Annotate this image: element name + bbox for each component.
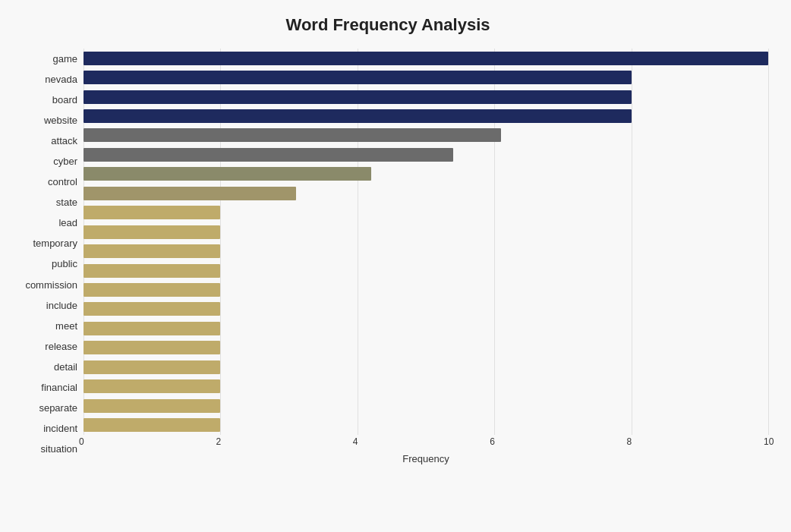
bar-row <box>84 398 768 414</box>
bar-row <box>84 320 768 337</box>
y-label-incident: incident <box>43 423 77 433</box>
y-label-situation: situation <box>41 444 77 454</box>
x-tick-8: 8 <box>627 436 632 447</box>
bar-row <box>84 301 768 317</box>
bar-lead <box>84 206 220 219</box>
x-tick-10: 10 <box>764 436 774 447</box>
bar-row <box>84 378 768 395</box>
grid-lines <box>84 49 768 435</box>
y-label-separate: separate <box>39 403 77 413</box>
bar-row <box>84 50 768 67</box>
chart-container: Word Frequency Analysis gamenevadaboardw… <box>0 0 791 532</box>
x-tick-6: 6 <box>490 436 495 447</box>
bar-incident <box>84 399 220 413</box>
bar-state <box>84 187 296 200</box>
bar-release <box>84 322 220 335</box>
bar-row <box>84 224 768 241</box>
y-label-board: board <box>52 95 77 105</box>
bar-situation <box>84 418 220 432</box>
y-label-game: game <box>52 54 77 64</box>
bar-temporary <box>84 225 220 239</box>
bar-row <box>84 108 768 124</box>
y-axis-labels: gamenevadaboardwebsiteattackcybercontrol… <box>8 49 84 459</box>
y-label-meet: meet <box>55 321 77 331</box>
bars-container <box>84 49 768 435</box>
bar-row <box>84 339 768 356</box>
bar-nevada <box>84 71 632 84</box>
bar-control <box>84 167 371 181</box>
bar-row <box>84 69 768 86</box>
chart-title: Word Frequency Analysis <box>8 15 768 35</box>
y-label-website: website <box>44 115 77 125</box>
bar-row <box>84 243 768 260</box>
y-label-public: public <box>52 259 77 269</box>
bar-row <box>84 89 768 105</box>
grid-line <box>358 49 358 435</box>
bar-attack <box>84 128 501 142</box>
bar-detail <box>84 341 220 354</box>
y-label-state: state <box>56 197 77 207</box>
grid-line <box>84 49 84 435</box>
grid-line <box>494 49 495 435</box>
x-axis-label: Frequency <box>84 453 768 464</box>
y-label-detail: detail <box>54 362 77 372</box>
grid-line <box>632 49 632 435</box>
bars-area: 0246810 Frequency <box>84 49 768 459</box>
y-label-temporary: temporary <box>33 238 77 248</box>
bar-row <box>84 165 768 182</box>
bar-website <box>84 109 632 123</box>
bar-row <box>84 282 768 298</box>
bar-row <box>84 204 768 221</box>
y-label-cyber: cyber <box>53 156 77 166</box>
grid-line <box>220 49 221 435</box>
y-label-control: control <box>48 177 77 187</box>
bar-public <box>84 244 220 258</box>
y-label-lead: lead <box>58 218 77 228</box>
bar-row <box>84 146 768 163</box>
y-label-attack: attack <box>51 136 77 146</box>
bar-commission <box>84 264 220 278</box>
x-tick-4: 4 <box>353 436 358 447</box>
bar-row <box>84 263 768 279</box>
bar-meet <box>84 302 220 316</box>
y-label-release: release <box>45 342 77 351</box>
x-tick-0: 0 <box>79 436 84 447</box>
grid-line <box>768 49 769 435</box>
bar-separate <box>84 379 220 393</box>
bar-cyber <box>84 148 453 162</box>
bar-row <box>84 185 768 202</box>
bar-financial <box>84 360 220 374</box>
bar-row <box>84 417 768 433</box>
y-label-financial: financial <box>41 382 77 392</box>
y-label-nevada: nevada <box>45 74 77 84</box>
bar-row <box>84 359 768 376</box>
bar-include <box>84 283 220 297</box>
bar-row <box>84 127 768 143</box>
x-axis: 0246810 Frequency <box>84 436 768 459</box>
x-tick-2: 2 <box>216 436 221 447</box>
bar-game <box>84 52 768 65</box>
bar-board <box>84 90 632 104</box>
y-label-include: include <box>46 301 77 310</box>
y-label-commission: commission <box>25 280 77 290</box>
